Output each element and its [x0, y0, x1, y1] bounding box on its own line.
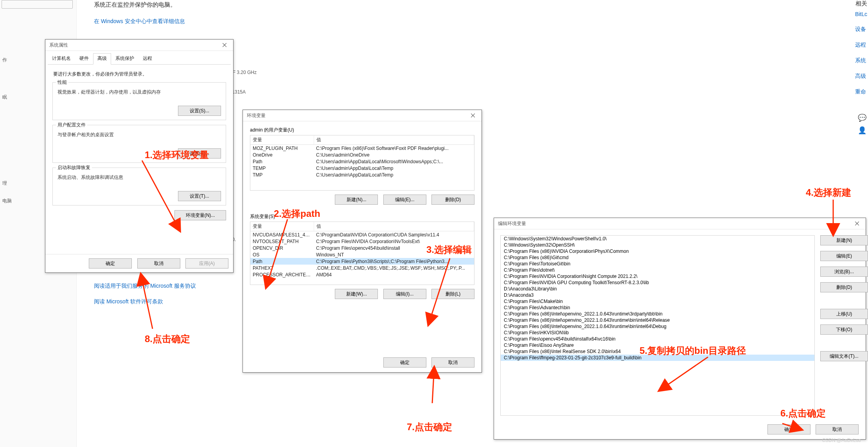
user-vars-list[interactable]: 变量值 MOZ_PLUGIN_PATHC:\Program Files (x86…: [250, 135, 474, 191]
win1-tabs: 计算机名硬件高级系统保护远程: [48, 53, 231, 65]
win1-apply-button: 应用(A): [185, 258, 228, 269]
list-item[interactable]: C:\Program Files (x86)\NVIDIA Corporatio…: [501, 248, 814, 254]
col-val: 值: [314, 222, 474, 231]
annotation-8: 8.点击确定: [145, 333, 190, 345]
sys-new-button[interactable]: 新建(W)...: [335, 289, 378, 299]
related-link[interactable]: 远程: [855, 41, 867, 49]
startup-desc: 系统启动、系统故障和调试信息: [58, 174, 221, 181]
related-link[interactable]: 重命: [855, 88, 867, 96]
win2-cancel-button[interactable]: 取消: [431, 357, 474, 368]
feedback-icon[interactable]: 💬: [858, 114, 866, 122]
tab-3[interactable]: 系统保护: [111, 53, 138, 64]
table-row[interactable]: OPENCV_DIRC:\Program Files\opencv454\bui…: [250, 245, 474, 251]
profile-desc: 与登录帐户相关的桌面设置: [58, 132, 221, 138]
ms-service-link[interactable]: 阅读适用于我们服务的 Microsoft 服务协议: [94, 283, 196, 290]
col-val: 值: [314, 135, 474, 144]
col-var: 变量: [250, 135, 314, 144]
path-down-button[interactable]: 下移(O): [820, 324, 868, 335]
list-item[interactable]: C:\Program Files\HKVISION\lib: [501, 330, 814, 336]
list-item[interactable]: D:\Anaconda3: [501, 292, 814, 298]
table-row[interactable]: NVTOOLSEXT_PATHC:\Program Files\NVIDIA C…: [250, 238, 474, 245]
tab-4[interactable]: 远程: [138, 53, 156, 64]
list-item[interactable]: C:\Windows\System32\WindowsPowerShell\v1…: [501, 236, 814, 242]
list-item[interactable]: C:\Program Files\Advantech\bin: [501, 305, 814, 311]
user-vars-caption: admin 的用户变量(U): [250, 127, 474, 133]
list-item[interactable]: C:\Program Files\opencv454\build\install…: [501, 336, 814, 342]
search-box-cropped[interactable]: [2, 0, 73, 9]
list-item[interactable]: C:\Program Files\Eisoo AnyShare: [501, 342, 814, 348]
path-edit-text-button[interactable]: 编辑文本(T)...: [820, 351, 868, 361]
tab-0[interactable]: 计算机名: [48, 53, 75, 64]
env-vars-button[interactable]: 环境变量(N)...: [174, 210, 226, 220]
sys-delete-button[interactable]: 删除(L): [431, 289, 474, 299]
table-row[interactable]: TEMPC:\Users\admin\AppData\Local\Temp: [250, 165, 474, 171]
path-browse-button[interactable]: 浏览(B)...: [820, 267, 868, 277]
win1-ok-button[interactable]: 确定: [89, 258, 132, 269]
tab-1[interactable]: 硬件: [75, 53, 93, 64]
path-new-button[interactable]: 新建(N): [820, 235, 868, 245]
sidebar-item-a[interactable]: 作: [2, 57, 7, 63]
system-properties-window: 系统属性 计算机名硬件高级系统保护远程 要进行大多数更改，你必须作为管理员登录。…: [45, 39, 234, 273]
list-item[interactable]: C:\Program Files\NVIDIA Corporation\Nsig…: [501, 273, 814, 279]
perf-legend: 性能: [56, 79, 68, 86]
user-new-button[interactable]: 新建(N)...: [335, 195, 378, 205]
path-edit-button[interactable]: 编辑(E): [820, 251, 868, 261]
related-title: 相关: [855, 0, 867, 7]
tab-2[interactable]: 高级: [93, 53, 111, 65]
table-row[interactable]: PathC:\Users\admin\AppData\Local\Microso…: [250, 158, 474, 165]
list-item[interactable]: C:\Program Files\NVIDIA GPU Computing To…: [501, 279, 814, 286]
user-delete-button[interactable]: 删除(D): [431, 195, 474, 205]
path-entries-list[interactable]: C:\Windows\System32\WindowsPowerShell\v1…: [500, 235, 815, 416]
win1-cancel-button[interactable]: 取消: [137, 258, 180, 269]
win3-ok-button[interactable]: 确定: [767, 424, 810, 434]
user-edit-button[interactable]: 编辑(E)...: [383, 195, 426, 205]
table-row[interactable]: OSWindows_NT: [250, 251, 474, 258]
close-icon[interactable]: [216, 40, 233, 50]
close-icon[interactable]: [848, 218, 866, 229]
list-item[interactable]: C:\Program Files\TortoiseGit\bin: [501, 261, 814, 267]
profile-settings-button[interactable]: 设置(E)...: [178, 148, 221, 159]
startup-legend: 启动和故障恢复: [56, 164, 92, 171]
list-item[interactable]: C:\Program Files (x86)\Intel\openvino_20…: [501, 317, 814, 323]
table-row[interactable]: MOZ_PLUGIN_PATHC:\Program Files (x86)\Fo…: [250, 145, 474, 151]
sidebar-item-b[interactable]: 理: [2, 180, 7, 187]
win2-ok-button[interactable]: 确定: [383, 357, 426, 368]
related-link[interactable]: 系统: [855, 57, 867, 64]
list-item[interactable]: C:\Program Files\CMake\bin: [501, 298, 814, 305]
security-details-link[interactable]: 在 Windows 安全中心中查看详细信息: [94, 18, 185, 25]
sidebar-item-d[interactable]: 电脑: [2, 198, 12, 204]
list-item[interactable]: C:\Program Files (x86)\Git\cmd: [501, 254, 814, 261]
win2-title: 环境变量: [243, 110, 270, 121]
ms-license-link[interactable]: 阅读 Microsoft 软件许可条款: [94, 298, 163, 305]
list-item[interactable]: C:\Program Files (x86)\Intel RealSense S…: [501, 348, 814, 355]
perf-settings-button[interactable]: 设置(S)...: [178, 106, 221, 116]
related-link[interactable]: BitLc: [855, 11, 867, 17]
table-row[interactable]: TMPC:\Users\admin\AppData\Local\Temp: [250, 171, 474, 178]
perf-desc: 视觉效果，处理器计划，内存使用，以及虚拟内存: [58, 89, 221, 96]
watermark: CSDN @AoDeLuo: [822, 438, 861, 443]
person-icon[interactable]: 👤: [858, 126, 866, 135]
win3-cancel-button[interactable]: 取消: [816, 424, 859, 434]
list-item[interactable]: C:\Program Files\ffmpeg-2023-01-25-git-2…: [501, 355, 814, 361]
sidebar-item-c[interactable]: 眠: [2, 94, 7, 101]
list-item[interactable]: C:\Program Files (x86)\Intel\openvino_20…: [501, 311, 814, 317]
table-row[interactable]: PathC:\Program Files\Python38\Scripts\;C…: [250, 258, 474, 265]
list-item[interactable]: C:\Program Files\dotnet\: [501, 267, 814, 273]
table-row[interactable]: OneDriveC:\Users\admin\OneDrive: [250, 151, 474, 158]
related-link[interactable]: 设备: [855, 26, 867, 33]
path-delete-button[interactable]: 删除(D): [820, 282, 868, 292]
list-item[interactable]: C:\Program Files (x86)\Intel\openvino_20…: [501, 323, 814, 330]
sys-vars-list[interactable]: 变量值 NVCUDASAMPLES11_4_R...C:\ProgramData…: [250, 222, 474, 285]
startup-settings-button[interactable]: 设置(T)...: [178, 191, 221, 201]
close-icon[interactable]: [464, 110, 482, 121]
annotation-7: 7.点击确定: [407, 421, 452, 433]
table-row[interactable]: PATHEXT.COM;.EXE;.BAT;.CMD;.VBS;.VBE;.JS…: [250, 265, 474, 271]
list-item[interactable]: D:\Anaconda3\Library\bin: [501, 286, 814, 292]
admin-note: 要进行大多数更改，你必须作为管理员登录。: [53, 71, 228, 78]
table-row[interactable]: PROCESSOR_ARCHITECT...AMD64: [250, 271, 474, 278]
table-row[interactable]: NVCUDASAMPLES11_4_R...C:\ProgramData\NVI…: [250, 231, 474, 238]
path-up-button[interactable]: 上移(U): [820, 309, 868, 319]
list-item[interactable]: C:\Windows\System32\OpenSSH\: [501, 242, 814, 248]
related-link[interactable]: 高级: [855, 73, 867, 80]
sys-edit-button[interactable]: 编辑(I)...: [383, 289, 426, 299]
